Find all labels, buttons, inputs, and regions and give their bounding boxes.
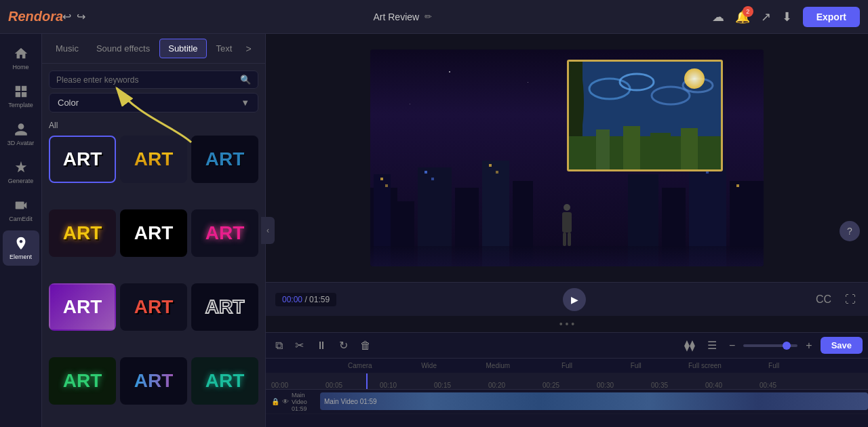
zoom-slider[interactable] — [743, 344, 797, 347]
video-preview — [370, 49, 764, 266]
svg-rect-32 — [650, 133, 671, 171]
fullscreen-button[interactable]: ⛶ — [842, 291, 859, 308]
search-input[interactable] — [56, 75, 240, 85]
track-label-text: Main Video 01:59 — [292, 392, 315, 412]
sidebar: Home Template 3D Avatar Generate CamEdit… — [0, 34, 42, 427]
water-reflection — [370, 246, 764, 266]
time-display: 00:00 / 01:59 — [275, 293, 336, 306]
cut-tool-button[interactable]: ✂ — [291, 336, 308, 354]
edit-title-icon[interactable]: ✏ — [425, 12, 432, 22]
style-text-3: ART — [205, 148, 245, 170]
ruler-mark-9: 00:45 — [760, 382, 776, 389]
sidebar-camedit-label: CamEdit — [9, 216, 33, 222]
cam-label-fullscreen: Full screen — [671, 362, 740, 369]
style-text-7: ART — [63, 296, 102, 318]
track-clip: Main Video 01:59 — [320, 392, 868, 410]
sidebar-item-element[interactable]: Element — [3, 230, 39, 266]
sidebar-item-camedit[interactable]: CamEdit — [3, 192, 39, 228]
timeline-toolbar: ⧉ ✂ ⏸ ↻ 🗑 ⧫⧫ ☰ − + Save — [266, 333, 868, 359]
track-content[interactable]: Main Video 01:59 — [320, 390, 868, 413]
style-item-5[interactable]: ART — [120, 209, 187, 257]
zoom-out-button[interactable]: − — [725, 337, 739, 354]
tab-text[interactable]: Text — [208, 39, 241, 58]
ruler-mark-1: 00:05 — [326, 382, 342, 389]
left-panel: Music Sound effects Subtitle Text > 🔍 Co… — [42, 34, 266, 427]
scene-detect-button[interactable]: ⧫⧫ — [680, 336, 699, 354]
style-text-12: ART — [205, 370, 245, 392]
tab-sound-effects[interactable]: Sound effects — [88, 39, 158, 58]
share-button[interactable]: ↗ — [761, 9, 771, 24]
ruler-mark-2: 00:10 — [380, 382, 397, 389]
ruler-mark-6: 00:30 — [597, 382, 614, 389]
search-icon[interactable]: 🔍 — [240, 75, 251, 85]
sidebar-avatar-label: 3D Avatar — [7, 140, 34, 146]
play-button[interactable]: ▶ — [563, 288, 586, 311]
list-view-button[interactable]: ☰ — [703, 336, 721, 354]
split-tool-button[interactable]: ⏸ — [312, 337, 331, 354]
color-filter[interactable]: Color ▼ — [49, 93, 258, 113]
copy-tool-button[interactable]: ⧉ — [271, 337, 287, 354]
timeline-section: ⧉ ✂ ⏸ ↻ 🗑 ⧫⧫ ☰ − + Save Camera — [266, 332, 868, 427]
style-item-1[interactable]: ART — [49, 136, 116, 183]
style-item-2[interactable]: ART — [120, 136, 187, 183]
style-item-10[interactable]: ART — [49, 357, 116, 405]
style-item-9[interactable]: ART — [191, 283, 258, 331]
app-logo: Rendora — [8, 9, 49, 24]
svg-rect-17 — [496, 171, 498, 174]
ruler-mark-4: 00:20 — [488, 382, 505, 389]
subtitle-toggle-button[interactable]: CC — [813, 291, 834, 308]
tab-music[interactable]: Music — [47, 39, 87, 58]
tab-more-button[interactable]: > — [241, 41, 255, 57]
sidebar-item-home[interactable]: Home — [3, 41, 39, 76]
svg-point-26 — [684, 68, 705, 89]
video-controls: 00:00 / 01:59 ▶ CC ⛶ — [266, 282, 868, 316]
tab-subtitle[interactable]: Subtitle — [159, 39, 206, 58]
cam-label-full2: Full — [601, 362, 671, 369]
track-label: 🔒 👁 Main Video 01:59 — [266, 392, 320, 412]
download-button[interactable]: ⬇ — [782, 9, 792, 24]
style-item-7[interactable]: ART — [49, 283, 116, 331]
style-text-2: ART — [134, 148, 174, 170]
style-item-6[interactable]: ART — [191, 209, 258, 257]
topbar: Rendora ↩ ↪ Art Review ✏ ☁ 🔔 2 ↗ ⬇ Expor… — [0, 0, 868, 34]
delete-tool-button[interactable]: 🗑 — [356, 337, 375, 354]
svg-rect-30 — [596, 129, 610, 171]
style-item-8[interactable]: ART — [120, 283, 187, 331]
style-item-3[interactable]: ART — [191, 136, 258, 183]
style-text-11: ART — [134, 370, 174, 392]
cam-label-camera: Camera — [326, 362, 395, 369]
style-item-4[interactable]: ART — [49, 209, 116, 257]
sidebar-element-label: Element — [9, 253, 32, 260]
panel-collapse-button[interactable]: ‹ — [261, 217, 275, 244]
style-text-1: ART — [63, 148, 102, 170]
style-text-9: ART — [205, 296, 245, 318]
timeline-ruler: 00:00 00:05 00:10 00:15 00:20 00:25 00:3… — [266, 373, 868, 390]
svg-rect-20 — [736, 184, 739, 187]
sidebar-item-generate[interactable]: Generate — [3, 155, 39, 190]
track-clip-label: Main Video 01:59 — [324, 398, 377, 405]
speed-tool-button[interactable]: ↻ — [335, 336, 352, 354]
ruler-mark-5: 00:25 — [542, 382, 559, 389]
zoom-slider-handle — [783, 342, 791, 350]
style-item-12[interactable]: ART — [191, 357, 258, 405]
playhead[interactable] — [366, 373, 368, 389]
resize-handle[interactable]: • • • — [266, 316, 868, 332]
redo-button[interactable]: ↪ — [77, 10, 85, 23]
notification-button[interactable]: 🔔 2 — [735, 9, 750, 24]
save-button[interactable]: Save — [821, 337, 863, 354]
style-text-4: ART — [63, 222, 102, 244]
style-item-11[interactable]: ART — [120, 357, 187, 405]
filter-chevron-icon: ▼ — [241, 98, 250, 108]
undo-button[interactable]: ↩ — [62, 10, 71, 23]
export-button[interactable]: Export — [803, 7, 860, 27]
svg-rect-15 — [431, 178, 434, 180]
sidebar-item-avatar[interactable]: 3D Avatar — [3, 117, 39, 152]
timeline-tracks: 🔒 👁 Main Video 01:59 Main Video 01:59 — [266, 390, 868, 427]
svg-rect-29 — [569, 136, 723, 171]
zoom-controls: − + — [725, 337, 816, 354]
sidebar-item-template[interactable]: Template — [3, 79, 39, 114]
style-text-6: ART — [205, 222, 245, 244]
help-button[interactable]: ? — [840, 221, 860, 241]
zoom-in-button[interactable]: + — [802, 337, 816, 354]
cloud-upload-button[interactable]: ☁ — [712, 9, 724, 24]
